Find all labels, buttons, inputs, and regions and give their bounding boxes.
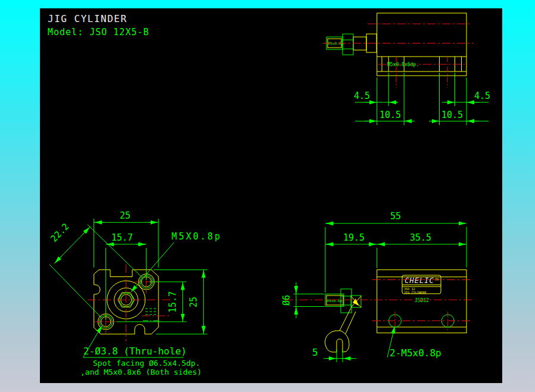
dim-side-rod-length: 19.5 — [343, 232, 365, 243]
brand-label-line2: JIG CYLINDER — [404, 291, 427, 294]
dim-wrench-flats: 5 — [312, 347, 318, 358]
dim-side-rod-diameter: Ø6 — [281, 295, 292, 306]
dim-right-4-5: 4.5 — [474, 91, 490, 101]
dim-front-hole-spacing-v: 15.7 — [167, 291, 178, 313]
note-thru-hole: 2-Ø3.8 (Thru-hole) — [83, 346, 186, 357]
top-slot-thread-label: M5x0.8x6dp. — [387, 62, 419, 67]
body-marking: JSD12 — [415, 298, 429, 303]
drawing-model: Model: JSO 12X5-B — [48, 27, 150, 38]
drawing-title: JIG CYLINDER — [48, 13, 127, 24]
cad-drawing-svg: JIG CYLINDER Model: JSO 12X5-B M5x0.8p — [0, 0, 535, 392]
dim-front-hole-spacing: 15.7 — [111, 232, 133, 243]
side-rod-thread-label: M5x0.8p — [327, 298, 343, 303]
dim-side-body-length: 35.5 — [410, 232, 431, 243]
cad-application-window: JIG CYLINDER Model: JSO 12X5-B M5x0.8p — [0, 0, 535, 392]
note-spot-facing: Spot facing Ø6.5x4.5dp. — [93, 359, 200, 368]
brand-name: CHELIC — [405, 276, 434, 285]
dim-right-10-5: 10.5 — [441, 110, 463, 120]
dim-side-total: 55 — [390, 211, 401, 222]
side-ports-label: 2-M5x0.8p — [390, 347, 441, 359]
front-port-thread-label: M5X0.8p — [172, 231, 222, 242]
dim-front-width: 25 — [120, 210, 130, 221]
dim-front-height: 25 — [188, 297, 199, 307]
dim-left-10-5: 10.5 — [380, 110, 401, 120]
dim-left-4-5: 4.5 — [354, 91, 370, 101]
note-spot-facing-2: ,and M5x0.8x6 (Both sides) — [80, 368, 202, 377]
